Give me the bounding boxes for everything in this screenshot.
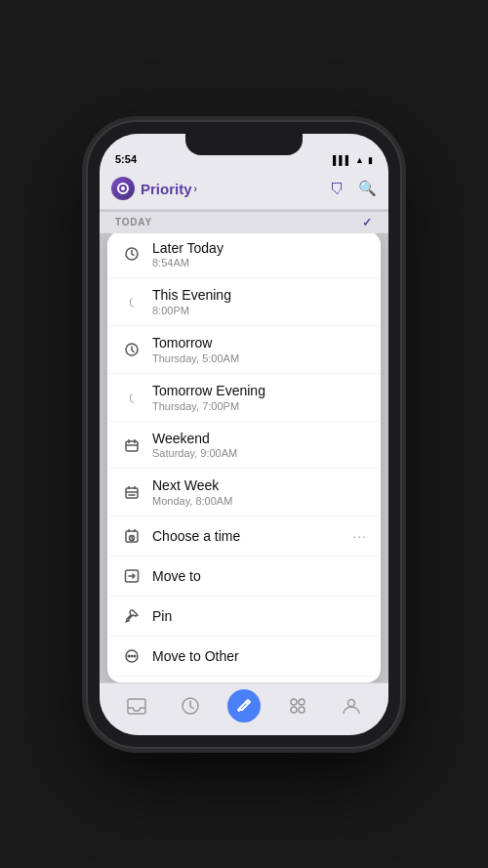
svg-point-20: [299, 699, 305, 705]
svg-point-1: [121, 186, 125, 190]
list-item[interactable]: Next Week Monday, 8:00AM: [107, 469, 381, 517]
later-today-icon: [121, 243, 142, 265]
svg-point-10: [128, 655, 130, 657]
pin-title: Pin: [152, 608, 367, 625]
move-to-icon: [121, 565, 142, 587]
header-actions: ⛉ 🔍: [330, 180, 377, 197]
choose-time-content: Choose a time: [152, 528, 343, 545]
status-time: 5:54: [115, 153, 137, 165]
next-week-icon: [121, 481, 142, 503]
pin-content: Pin: [152, 608, 367, 625]
app-logo: [111, 177, 135, 200]
context-menu: Later Today 8:54AM This Evening 8:00PM: [107, 231, 381, 682]
phone-frame: 5:54 ▌▌▌ ▲ ▮ Priority ›: [88, 122, 400, 747]
list-item[interactable]: This Evening 8:00PM: [107, 278, 381, 326]
header-title[interactable]: Priority ›: [141, 181, 197, 197]
move-to-content: Move to: [152, 568, 367, 585]
choose-time-title: Choose a time: [152, 528, 343, 545]
chevron-icon: ›: [194, 184, 197, 194]
svg-rect-4: [126, 441, 138, 451]
next-week-title: Next Week: [152, 477, 367, 494]
this-evening-subtitle: 8:00PM: [152, 305, 367, 316]
choose-time-dots[interactable]: ···: [352, 528, 367, 544]
weekend-title: Weekend: [152, 431, 367, 447]
phone-screen: 5:54 ▌▌▌ ▲ ▮ Priority ›: [100, 134, 388, 735]
tomorrow-evening-icon: [121, 387, 142, 408]
search-icon[interactable]: 🔍: [358, 180, 377, 197]
section-label: TODAY ✓: [100, 212, 388, 233]
svg-point-23: [348, 700, 355, 707]
tomorrow-title: Tomorrow: [152, 335, 367, 351]
weekend-content: Weekend Saturday, 9:00AM: [152, 431, 367, 460]
status-icons: ▌▌▌ ▲ ▮: [333, 155, 373, 165]
list-item[interactable]: Pin: [107, 597, 381, 637]
later-today-title: Later Today: [152, 240, 367, 257]
wifi-icon: ▲: [355, 155, 364, 165]
header-left: Priority ›: [111, 177, 330, 200]
section-title: TODAY: [115, 217, 152, 227]
tomorrow-content: Tomorrow Thursday, 5:00AM: [152, 335, 367, 364]
tomorrow-icon: [121, 339, 142, 360]
move-to-other-icon: [121, 645, 142, 667]
next-week-subtitle: Monday, 8:00AM: [152, 495, 367, 507]
list-item[interactable]: Move to Other: [107, 637, 381, 677]
notch: [185, 134, 303, 155]
later-today-content: Later Today 8:54AM: [152, 240, 367, 269]
list-item[interactable]: Later Today 8:54AM: [107, 231, 381, 279]
svg-point-22: [299, 707, 305, 713]
signal-icon: ▌▌▌: [333, 155, 351, 165]
tab-inbox[interactable]: [117, 689, 156, 723]
tomorrow-evening-content: Tomorrow Evening Thursday, 7:00PM: [152, 383, 367, 412]
later-today-subtitle: 8:54AM: [152, 257, 367, 269]
pin-icon: [121, 605, 142, 627]
svg-point-12: [134, 655, 136, 657]
svg-point-21: [291, 707, 297, 713]
move-to-other-title: Move to Other: [152, 648, 367, 665]
tomorrow-evening-title: Tomorrow Evening: [152, 383, 367, 399]
tab-apps[interactable]: [278, 689, 317, 723]
this-evening-title: This Evening: [152, 287, 367, 304]
tab-compose[interactable]: [224, 689, 264, 723]
next-week-content: Next Week Monday, 8:00AM: [152, 477, 367, 507]
section-checkmark: ✓: [362, 216, 373, 229]
filter-icon[interactable]: ⛉: [330, 181, 345, 197]
tomorrow-evening-subtitle: Thursday, 7:00PM: [152, 400, 367, 412]
svg-point-11: [131, 655, 133, 657]
weekend-subtitle: Saturday, 9:00AM: [152, 447, 367, 459]
choose-time-icon: [121, 525, 142, 547]
list-item[interactable]: Move to: [107, 557, 381, 597]
tab-contacts[interactable]: [332, 689, 371, 723]
svg-point-19: [291, 699, 297, 705]
weekend-icon: [121, 434, 142, 456]
tab-bar: [100, 682, 388, 735]
move-to-title: Move to: [152, 568, 367, 585]
list-item[interactable]: Tomorrow Evening Thursday, 7:00PM: [107, 374, 381, 422]
list-item[interactable]: Choose a time ···: [107, 517, 381, 557]
battery-icon: ▮: [368, 155, 373, 165]
app-header: Priority › ⛉ 🔍: [100, 169, 388, 210]
list-item[interactable]: Weekend Saturday, 9:00AM: [107, 422, 381, 470]
this-evening-content: This Evening 8:00PM: [152, 287, 367, 316]
move-to-other-content: Move to Other: [152, 648, 367, 665]
tab-reminders[interactable]: [171, 689, 210, 723]
tomorrow-subtitle: Thursday, 5:00AM: [152, 352, 367, 364]
this-evening-icon: [121, 291, 142, 312]
list-item[interactable]: Tomorrow Thursday, 5:00AM: [107, 326, 381, 374]
svg-rect-5: [126, 488, 138, 498]
